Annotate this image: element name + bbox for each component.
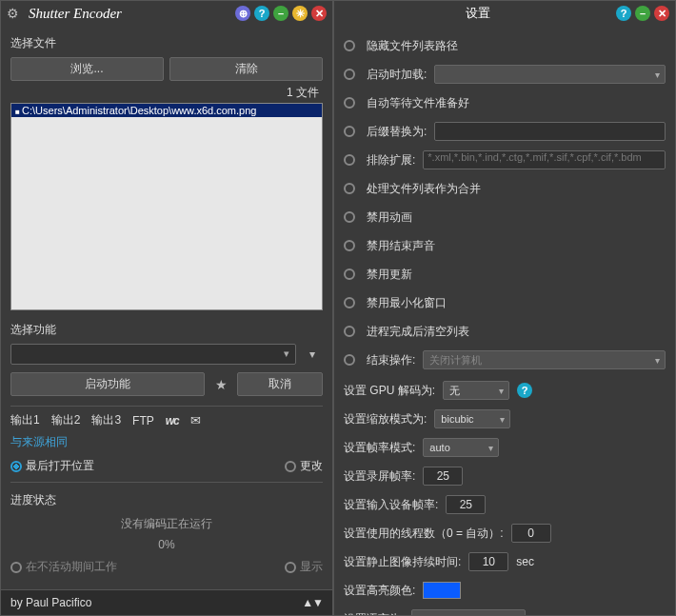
help-icon[interactable]: ?: [517, 383, 532, 398]
opt-suffix-replace[interactable]: [344, 126, 355, 137]
gear-icon[interactable]: ⚙: [7, 6, 19, 21]
help-icon[interactable]: ?: [254, 6, 269, 21]
scale-mode-select[interactable]: bicubic: [434, 409, 510, 428]
tab-output2[interactable]: 输出2: [51, 412, 81, 428]
settings-titlebar: 设置 ? – ✕: [334, 1, 675, 26]
mail-icon[interactable]: ✉: [190, 413, 201, 427]
last-opened-option[interactable]: 最后打开位置: [10, 458, 94, 474]
author-bar: by Paul Pacifico ▲▼: [1, 589, 332, 615]
opt-exclude-ext[interactable]: [344, 154, 355, 166]
opt-auto-wait[interactable]: 自动等待文件准备好: [344, 92, 666, 113]
settings-title: 设置: [340, 5, 612, 22]
tab-output1[interactable]: 输出1: [10, 412, 40, 428]
opt-disable-end-sound[interactable]: 禁用结束声音: [344, 235, 666, 256]
start-function-button[interactable]: 启动功能: [10, 372, 205, 396]
browse-button[interactable]: 浏览...: [10, 57, 164, 81]
still-duration-input[interactable]: 10: [468, 552, 508, 571]
close-icon[interactable]: ✕: [311, 6, 327, 21]
suffix-input[interactable]: [434, 122, 666, 141]
tab-ftp[interactable]: FTP: [132, 414, 154, 427]
progress-label: 进度状态: [10, 492, 323, 508]
threads-input[interactable]: 0: [511, 524, 551, 543]
main-window: ⚙ Shutter Encoder ⊕ ? – ✳ ✕ 选择文件 浏览... 清…: [0, 0, 333, 616]
record-fps-input[interactable]: 25: [423, 467, 463, 486]
output-tabs: 输出1 输出2 输出3 FTP wc ✉: [10, 412, 323, 428]
opt-clear-after[interactable]: 进程完成后清空列表: [344, 321, 666, 342]
settings-window: 设置 ? – ✕ 隐藏文件列表路径 启动时加载: 自动等待文件准备好 后缀替换为…: [333, 0, 676, 616]
star-icon[interactable]: ★: [210, 374, 231, 395]
input-fps-input[interactable]: 25: [446, 495, 486, 514]
author-text: by Paul Pacifico: [10, 596, 91, 609]
exclude-ext-input[interactable]: *.xml,*.bin,*.ind,*.ctg,*.mif,*.sif,*.cp…: [423, 150, 666, 169]
opt-treat-merge[interactable]: 处理文件列表作为合并: [344, 178, 666, 199]
highlight-color-picker[interactable]: [423, 582, 461, 599]
end-action-select[interactable]: 关闭计算机: [423, 350, 666, 369]
clear-button[interactable]: 清除: [169, 57, 323, 81]
idle-work-option[interactable]: 在不活动期间工作: [10, 559, 117, 575]
same-as-source-link[interactable]: 与来源相同: [10, 434, 323, 450]
main-titlebar: ⚙ Shutter Encoder ⊕ ? – ✳ ✕: [1, 1, 332, 26]
close-icon[interactable]: ✕: [654, 6, 669, 21]
load-on-start-select[interactable]: [434, 65, 666, 84]
file-count: 1 文件: [10, 83, 323, 103]
globe-icon[interactable]: ⊕: [235, 6, 250, 21]
expand-arrows-icon[interactable]: ▲▼: [302, 596, 323, 609]
opt-hide-path[interactable]: 隐藏文件列表路径: [344, 35, 666, 56]
language-select[interactable]: Chinese (China): [411, 609, 526, 615]
file-list[interactable]: C:\Users\Administrator\Desktop\www.x6d.c…: [10, 103, 323, 310]
select-files-label: 选择文件: [10, 35, 323, 51]
wetransfer-icon[interactable]: wc: [166, 414, 179, 427]
show-option[interactable]: 显示: [285, 559, 323, 575]
opt-disable-minimize[interactable]: 禁用最小化窗口: [344, 292, 666, 313]
function-dropdown[interactable]: [10, 344, 296, 365]
opt-end-action[interactable]: [344, 354, 355, 366]
cancel-button[interactable]: 取消: [237, 372, 323, 396]
opt-load-on-start[interactable]: [344, 69, 355, 80]
chevron-down-icon[interactable]: ▾: [302, 344, 323, 365]
minimize-icon[interactable]: –: [273, 6, 288, 21]
no-encoding-text: 没有编码正在运行: [10, 516, 323, 532]
fps-mode-select[interactable]: auto: [423, 438, 499, 457]
minimize-icon[interactable]: –: [635, 6, 650, 21]
change-option[interactable]: 更改: [285, 458, 323, 474]
gpu-decode-select[interactable]: 无: [443, 381, 509, 400]
tab-output3[interactable]: 输出3: [91, 412, 121, 428]
reduce-icon[interactable]: ✳: [292, 6, 308, 21]
select-function-label: 选择功能: [10, 322, 323, 338]
progress-percent: 0%: [10, 538, 323, 551]
list-item[interactable]: C:\Users\Administrator\Desktop\www.x6d.c…: [11, 104, 322, 117]
opt-disable-anim[interactable]: 禁用动画: [344, 207, 666, 228]
app-title: Shutter Encoder: [25, 6, 231, 22]
help-icon[interactable]: ?: [616, 6, 631, 21]
opt-disable-update[interactable]: 禁用更新: [344, 264, 666, 285]
